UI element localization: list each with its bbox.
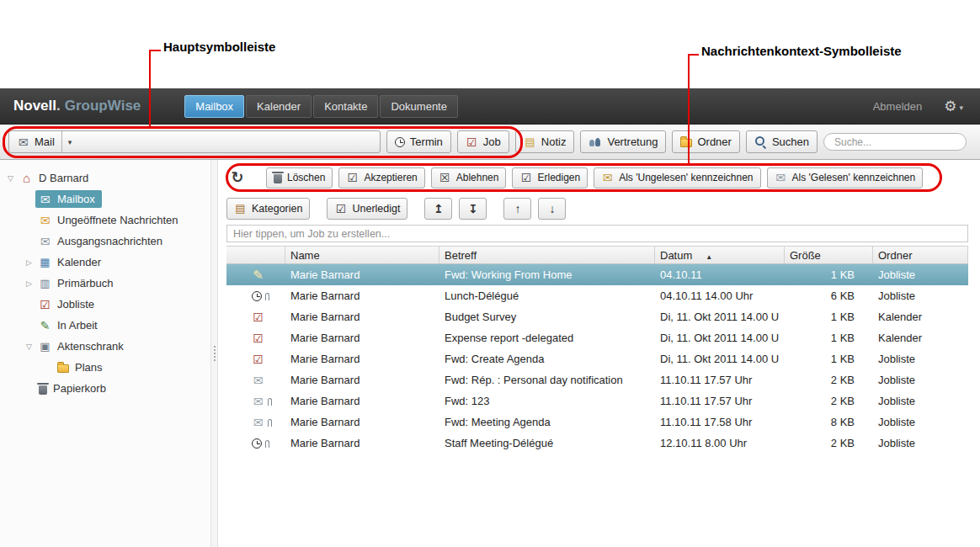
expander-icon[interactable] [23, 258, 35, 267]
gear-icon [944, 98, 956, 115]
column-header-subject[interactable]: Betreff [439, 247, 655, 263]
toolbar-button[interactable]: ✉ Mail [8, 130, 381, 153]
cell-folder: Jobliste [873, 416, 968, 428]
message-row[interactable]: ✉ Marie Barnard Fwd: Meeting Agenda 11.1… [226, 412, 968, 433]
cabinet-icon: ▣ [39, 341, 51, 353]
header-tab[interactable]: Kontakte [313, 95, 378, 118]
column-header-name[interactable]: Name [285, 247, 439, 263]
tree-item-body: ✉ Ausgangsnachrichten [35, 232, 169, 250]
cell-name: Marie Barnard [285, 416, 439, 428]
message-row[interactable]: ✎ Marie Barnard Fwd: Working From Home 0… [226, 264, 968, 285]
list-toolbar-button[interactable]: ↓ [538, 198, 566, 220]
annotation-label-context-toolbar: Nachrichtenkontext-Symbolleiste [701, 44, 902, 58]
toolbar-button[interactable]: ☑ Job [457, 130, 509, 153]
settings-menu-button[interactable] [944, 98, 963, 115]
pane-splitter[interactable] [210, 160, 218, 547]
context-toolbar-button[interactable]: ✉ Als 'Ungelesen' kennzeichnen [594, 167, 760, 189]
tasklist-icon: ☑ [39, 299, 51, 311]
tree-item[interactable]: ✉ Ausgangsnachrichten [0, 231, 210, 252]
header-tab[interactable]: Mailbox [184, 95, 244, 118]
context-toolbar-button[interactable]: ☒ Ablehnen [431, 167, 507, 189]
toolbar-button-label: Mail [35, 135, 55, 148]
tree-item-body: ✉ Ungeöffnete Nachrichten [35, 211, 185, 229]
header-tab[interactable]: Kalender [246, 95, 312, 118]
cell-folder: Jobliste [873, 395, 968, 407]
list-toolbar-button[interactable]: ↑ [503, 198, 531, 220]
cell-type-icon [226, 438, 285, 449]
cell-type-icon: ✉ [226, 396, 285, 407]
message-row[interactable]: Marie Barnard Staff Meeting-Délégué 12.1… [226, 433, 968, 454]
column-header-folder[interactable]: Ordner [873, 247, 968, 263]
toolbar-button[interactable]: Vertretung [580, 130, 666, 153]
tree-item[interactable]: ✉ Mailbox [0, 189, 210, 210]
context-toolbar-button-label: Löschen [287, 172, 325, 183]
unread-icon: ✉ [39, 215, 51, 226]
tree-item-body: ✎ In Arbeit [35, 316, 104, 334]
logout-link[interactable]: Abmelden [873, 100, 923, 113]
expander-icon[interactable] [23, 279, 35, 288]
toolbar-button[interactable]: Suchen [746, 130, 818, 153]
tree-item[interactable]: Plans [0, 357, 210, 378]
toolbar-button-label: Job [483, 135, 501, 148]
table-header-row: Name Betreff Datum Größe Ordner [226, 246, 968, 264]
tree-item[interactable]: ✉ Ungeöffnete Nachrichten [0, 210, 210, 231]
toolbar-button[interactable]: ▤ Notiz [515, 130, 575, 153]
context-toolbar-button-label: Als 'Ungelesen' kennzeichnen [619, 172, 753, 183]
tree-item[interactable]: ▥ Primärbuch [0, 273, 210, 294]
context-toolbar-button[interactable]: ☑ Erledigen [512, 167, 588, 189]
home-icon: ⌂ [20, 173, 33, 184]
chevron-down-icon [959, 98, 963, 114]
cell-size: 1 KB [785, 353, 873, 365]
list-toolbar-button-label: Kategorien [252, 203, 302, 215]
cell-date: 11.10.11 17.57 Uhr [655, 395, 785, 407]
message-row[interactable]: ✉ Marie Barnard Fwd: 123 11.10.11 17.57 … [226, 390, 968, 412]
search-input[interactable] [823, 133, 967, 151]
paperclip-icon [265, 440, 269, 448]
cell-subject: Fwd: Rép. : Personal day notification [439, 374, 655, 386]
list-toolbar-button[interactable]: ▤ Kategorien [226, 198, 310, 220]
header-tab[interactable]: Dokumente [380, 95, 457, 118]
column-header-size[interactable]: Größe [785, 247, 873, 263]
tree-item[interactable]: Papierkorb [0, 378, 210, 399]
tree-item[interactable]: ▣ Aktenschrank [0, 336, 210, 357]
list-toolbar-button[interactable]: ↥ [424, 198, 452, 220]
context-toolbar-button[interactable]: ☑ Akzeptieren [338, 167, 424, 189]
message-row[interactable]: ☑ Marie Barnard Fwd: Create Agenda Di, 1… [226, 348, 968, 369]
header-tab-label: Dokumente [391, 100, 446, 113]
cell-date: 11.10.11 17.57 Uhr [655, 374, 785, 386]
toolbar-button[interactable]: Termin [386, 130, 451, 153]
context-toolbar-button[interactable]: Löschen [266, 167, 333, 189]
list-toolbar-button[interactable]: ↧ [459, 198, 487, 220]
column-header-date[interactable]: Datum [655, 247, 785, 263]
toolbar-button[interactable]: Ordner [672, 130, 739, 153]
message-row[interactable]: Marie Barnard Lunch-Délégué 04.10.11 14.… [226, 285, 968, 306]
complete-icon: ☑ [519, 172, 532, 183]
quick-task-input[interactable] [226, 225, 968, 242]
expander-icon[interactable] [23, 343, 35, 351]
cell-date: Di, 11. Okt 2011 14.00 U [655, 353, 785, 365]
message-row[interactable]: ☑ Marie Barnard Expense report -delegate… [226, 327, 968, 348]
main-toolbar: ✉ Mail Termin ☑ Job ▤ Notiz [0, 125, 980, 160]
context-toolbar-button[interactable]: ✉ Als 'Gelesen' kennzeichnen [767, 167, 924, 189]
tree-item[interactable]: ⌂ D Barnard [0, 167, 210, 189]
dropdown-arrow-icon[interactable] [61, 131, 72, 152]
column-header-label: Name [290, 249, 320, 262]
tree-item-label: Ausgangsnachrichten [57, 235, 162, 247]
cell-subject: Staff Meeting-Délégué [439, 437, 655, 449]
brand-product: GroupWise [65, 98, 141, 114]
paperclip-icon [265, 293, 269, 300]
tree-item[interactable]: ✎ In Arbeit [0, 315, 210, 336]
expander-icon[interactable] [4, 174, 17, 183]
column-header-type[interactable] [226, 247, 285, 263]
tree-item-body: ✉ Mailbox [35, 190, 102, 208]
envelope-icon: ✉ [252, 374, 264, 386]
message-row[interactable]: ✉ Marie Barnard Fwd: Rép. : Personal day… [226, 369, 968, 390]
message-row[interactable]: ☑ Marie Barnard Budget Survey Di, 11. Ok… [226, 306, 968, 327]
task-check-icon: ☑ [252, 332, 264, 344]
cell-subject: Fwd: Working From Home [439, 268, 655, 281]
refresh-button[interactable]: ↻ [226, 167, 248, 189]
tree-item-label: Plans [75, 361, 103, 374]
list-toolbar-button[interactable]: ☑ Unerledigt [327, 198, 407, 220]
tree-item[interactable]: ☑ Jobliste [0, 294, 210, 315]
tree-item[interactable]: ▦ Kalender [0, 252, 210, 273]
